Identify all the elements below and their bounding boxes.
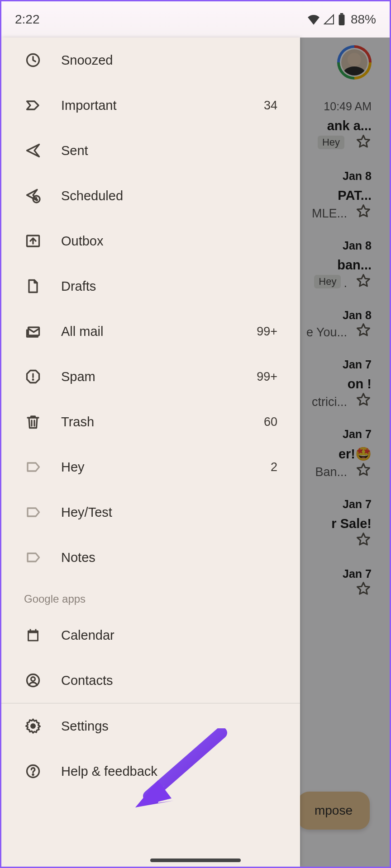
battery-icon xyxy=(338,13,345,26)
svg-rect-1 xyxy=(340,13,343,14)
battery-percent: 88% xyxy=(351,12,376,27)
svg-point-13 xyxy=(31,677,35,681)
drawer.items-hey-test[interactable]: Hey/Test xyxy=(1,490,300,535)
allmail-icon xyxy=(24,322,42,340)
svg-point-7 xyxy=(33,379,33,380)
drawer-item-count: 2 xyxy=(271,460,277,474)
nav-handle[interactable] xyxy=(150,859,241,862)
settings-icon xyxy=(24,717,42,735)
status-bar: 2:22 88% xyxy=(1,1,390,38)
drawer.items-scheduled[interactable]: Scheduled xyxy=(1,173,300,218)
wifi-icon xyxy=(307,14,320,25)
svg-rect-10 xyxy=(30,629,31,632)
drawer-item-label: Hey xyxy=(61,460,271,475)
drawer-item-label: Sent xyxy=(61,143,286,158)
drawer-item-label: Snoozed xyxy=(61,53,286,68)
scheduled-icon xyxy=(24,187,42,205)
drawer-item-label: Help & feedback xyxy=(61,764,286,779)
calendar-icon xyxy=(24,626,42,644)
label-icon xyxy=(24,548,42,566)
label-icon xyxy=(24,503,42,521)
svg-rect-9 xyxy=(29,633,37,640)
drawer.items-all-mail[interactable]: All mail99+ xyxy=(1,309,300,354)
drawer-item-label: Settings xyxy=(61,719,286,734)
drawer-item-label: Calendar xyxy=(61,628,286,643)
drawer.items-sent[interactable]: Sent xyxy=(1,128,300,173)
drawer-main-items: SnoozedImportant34SentScheduledOutboxDra… xyxy=(1,38,300,580)
drawer.apps-contacts[interactable]: Contacts xyxy=(1,658,300,703)
drawer-item-label: Drafts xyxy=(61,279,286,294)
status-right: 88% xyxy=(307,12,376,27)
drawer.items-notes[interactable]: Notes xyxy=(1,535,300,580)
drawer.items-outbox[interactable]: Outbox xyxy=(1,218,300,264)
drawer-footer-items: SettingsHelp & feedback xyxy=(1,703,300,794)
drawer.items-snoozed[interactable]: Snoozed xyxy=(1,38,300,83)
svg-point-14 xyxy=(31,724,35,728)
drawer.items-spam[interactable]: Spam99+ xyxy=(1,354,300,399)
drawer-item-label: Scheduled xyxy=(61,189,286,203)
drawer.items-drafts[interactable]: Drafts xyxy=(1,264,300,309)
important-icon xyxy=(24,96,42,114)
cellular-icon xyxy=(324,14,334,25)
spam-icon xyxy=(24,368,42,386)
svg-rect-11 xyxy=(35,629,37,632)
trash-icon xyxy=(24,413,42,431)
drawer-item-count: 99+ xyxy=(257,370,277,384)
drawer.footer-settings[interactable]: Settings xyxy=(1,703,300,749)
draft-icon xyxy=(24,277,42,295)
drawer-item-label: Trash xyxy=(61,415,264,429)
drawer-section-google-apps: Google apps xyxy=(1,580,300,613)
contacts-icon xyxy=(24,671,42,689)
drawer-item-label: Outbox xyxy=(61,234,286,249)
drawer-item-count: 99+ xyxy=(257,325,277,339)
drawer-app-items: CalendarContacts xyxy=(1,613,300,703)
drawer.items-hey[interactable]: Hey2 xyxy=(1,444,300,490)
svg-point-16 xyxy=(33,774,33,775)
drawer.items-important[interactable]: Important34 xyxy=(1,83,300,128)
drawer-item-count: 34 xyxy=(264,99,277,113)
help-icon xyxy=(24,762,42,780)
drawer-item-label: All mail xyxy=(61,324,257,339)
drawer.apps-calendar[interactable]: Calendar xyxy=(1,613,300,658)
navigation-drawer: SnoozedImportant34SentScheduledOutboxDra… xyxy=(1,38,300,867)
drawer-item-label: Spam xyxy=(61,369,257,384)
drawer-item-label: Hey/Test xyxy=(61,505,286,520)
drawer-item-label: Notes xyxy=(61,550,286,565)
clock-icon xyxy=(24,51,42,69)
drawer.items-trash[interactable]: Trash60 xyxy=(1,399,300,444)
drawer-item-label: Contacts xyxy=(61,673,286,688)
drawer-item-label: Important xyxy=(61,98,264,113)
drawer.footer-help-feedback[interactable]: Help & feedback xyxy=(1,749,300,794)
send-icon xyxy=(24,142,42,160)
outbox-icon xyxy=(24,232,42,250)
drawer-item-count: 60 xyxy=(264,415,277,429)
status-time: 2:22 xyxy=(15,12,40,27)
label-icon xyxy=(24,458,42,476)
